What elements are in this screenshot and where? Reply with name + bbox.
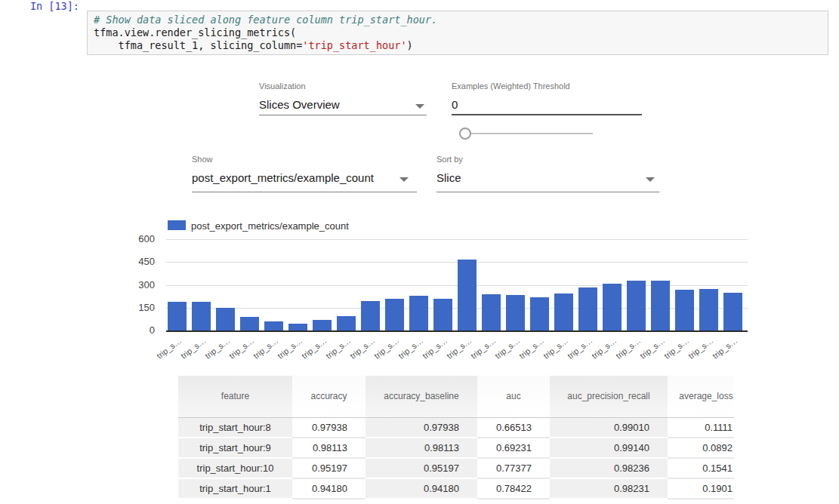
chevron-down-icon[interactable] <box>646 177 655 182</box>
feature-cell: trip_start_hour:1 <box>178 478 292 499</box>
bar <box>554 293 573 330</box>
metric-cell: 0.1111 <box>668 417 734 438</box>
y-tick-label: 0 <box>121 324 155 336</box>
metric-cell: 0.98113 <box>292 438 366 458</box>
metric-cell: 0.95197 <box>366 458 477 478</box>
notebook-output-screen: In [13]: # Show data sliced along featur… <box>0 0 839 504</box>
metric-cell: 0.66513 <box>477 417 550 438</box>
code-comment: # Show data sliced along feature column … <box>94 14 437 26</box>
threshold-underline <box>452 114 642 115</box>
cell-execution-prompt: In [13]: <box>0 0 79 12</box>
code-line-3-close: ) <box>407 39 413 51</box>
threshold-label: Examples (Weighted) Threshold <box>452 81 570 91</box>
column-header[interactable]: auc_precision_recall <box>550 376 668 417</box>
code-string-literal: 'trip_start_hour' <box>302 39 406 51</box>
bar <box>264 321 283 330</box>
feature-cell: trip_start_hour:10 <box>178 458 292 478</box>
bar <box>433 299 452 330</box>
code-line-3: tfma_result_1, slicing_column= <box>94 39 302 51</box>
metric-cell: 0.1901 <box>668 478 734 499</box>
bar <box>168 302 187 330</box>
column-header[interactable]: auc <box>477 376 550 417</box>
column-header[interactable]: accuracy <box>292 376 366 417</box>
metric-cell: 0.98113 <box>366 438 477 458</box>
bar <box>506 295 525 330</box>
gridline <box>166 262 748 263</box>
y-axis-tick-labels: 0150300450600 <box>121 239 155 337</box>
gridline <box>166 239 748 240</box>
bar <box>723 293 742 330</box>
metric-cell: 0.0892 <box>668 438 734 458</box>
x-axis-line <box>166 330 748 332</box>
feature-cell: trip_start_hour:8 <box>178 417 292 438</box>
code-line-2: tfma.view.render_slicing_metrics( <box>94 26 296 38</box>
threshold-slider-track[interactable] <box>465 133 593 134</box>
bar <box>216 308 235 330</box>
table-row: trip_start_hour:100.951970.951970.773770… <box>178 458 734 478</box>
chevron-down-icon[interactable] <box>415 104 424 109</box>
metric-cell: 0.99010 <box>550 417 668 438</box>
column-header[interactable]: feature <box>178 376 292 417</box>
metric-cell: 0.78422 <box>477 478 550 499</box>
metric-cell: 0.1541 <box>668 458 734 478</box>
bar <box>627 281 646 330</box>
metric-cell: 0.98236 <box>550 458 668 478</box>
bar <box>699 289 718 330</box>
visualization-underline <box>259 115 427 115</box>
sort-by-underline <box>436 192 659 192</box>
show-label: Show <box>192 155 213 164</box>
code-cell[interactable]: # Show data sliced along feature column … <box>87 11 828 55</box>
bar <box>603 284 622 330</box>
bar <box>409 296 428 330</box>
visualization-label: Visualization <box>259 81 306 91</box>
metrics-table: featureaccuracyaccuracy_baselineaucauc_p… <box>178 376 734 499</box>
table-head: featureaccuracyaccuracy_baselineaucauc_p… <box>178 376 734 417</box>
bar <box>240 317 259 330</box>
metric-cell: 0.95197 <box>292 458 366 478</box>
legend-color-swatch <box>168 220 186 230</box>
column-header[interactable]: accuracy_baseline <box>366 376 477 417</box>
x-axis-tick-labels: trip_s…trip_s…trip_s…trip_s…trip_s…trip_… <box>166 336 763 366</box>
table-row: trip_start_hour:80.979380.979380.665130.… <box>178 417 734 438</box>
bar <box>337 316 356 330</box>
metric-cell: 0.94180 <box>366 478 477 499</box>
y-tick-label: 450 <box>121 256 155 267</box>
show-metric-dropdown[interactable]: post_export_metrics/example_count <box>192 171 374 184</box>
bar <box>385 299 404 330</box>
threshold-input[interactable]: 0 <box>452 98 458 111</box>
bar-chart-plot <box>166 239 748 330</box>
metric-cell: 0.94180 <box>292 478 366 499</box>
y-tick-label: 150 <box>121 302 155 313</box>
bar <box>288 324 307 330</box>
column-header[interactable]: average_loss <box>668 376 734 417</box>
bar <box>192 302 211 330</box>
chevron-down-icon[interactable] <box>399 177 409 182</box>
bar <box>675 290 694 330</box>
sort-by-dropdown[interactable]: Slice <box>436 171 461 184</box>
bar <box>530 297 549 330</box>
sort-by-label: Sort by <box>436 155 463 164</box>
metric-cell: 0.69231 <box>477 438 550 458</box>
bar <box>578 287 597 330</box>
table-body: trip_start_hour:80.979380.979380.665130.… <box>178 417 734 499</box>
table-row: trip_start_hour:90.981130.981130.692310.… <box>178 438 734 458</box>
table-row: trip_start_hour:10.941800.941800.784220.… <box>178 478 734 499</box>
metric-cell: 0.77377 <box>477 458 550 478</box>
y-tick-label: 600 <box>121 233 155 244</box>
threshold-slider-thumb[interactable] <box>459 128 471 140</box>
bar <box>482 294 501 330</box>
bar <box>361 301 380 330</box>
feature-cell: trip_start_hour:9 <box>178 438 292 458</box>
metric-cell: 0.97938 <box>292 417 366 438</box>
metric-cell: 0.98231 <box>550 478 668 499</box>
bar <box>313 320 332 330</box>
show-underline <box>192 192 417 192</box>
legend-label: post_export_metrics/example_count <box>191 220 349 232</box>
visualization-dropdown[interactable]: Slices Overview <box>259 98 340 111</box>
bar <box>458 260 477 330</box>
y-tick-label: 300 <box>121 279 155 290</box>
bar <box>651 281 670 330</box>
metrics-table-wrap: featureaccuracyaccuracy_baselineaucauc_p… <box>178 376 735 499</box>
metric-cell: 0.97938 <box>366 417 477 438</box>
metric-cell: 0.99140 <box>550 438 668 458</box>
